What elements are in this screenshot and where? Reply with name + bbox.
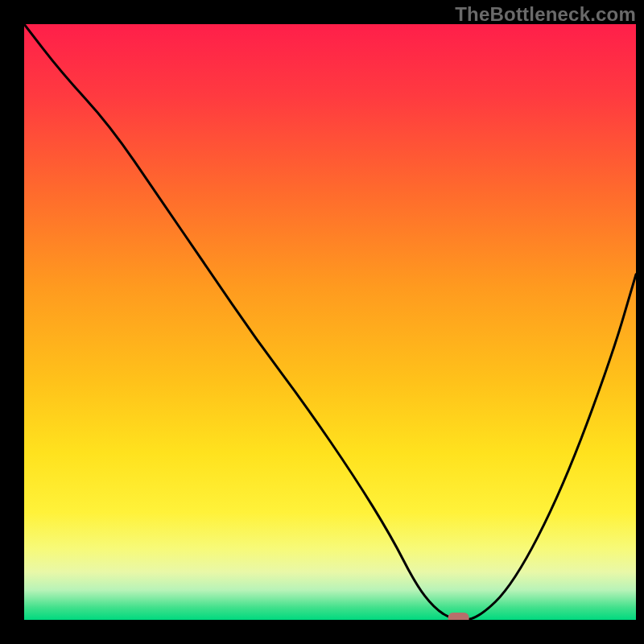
gradient-background: [24, 24, 636, 620]
optimum-marker: [448, 613, 469, 620]
chart-frame: TheBottleneck.com: [0, 0, 644, 644]
plot-area: [24, 24, 636, 620]
chart-svg: [24, 24, 636, 620]
watermark-text: TheBottleneck.com: [455, 3, 636, 26]
